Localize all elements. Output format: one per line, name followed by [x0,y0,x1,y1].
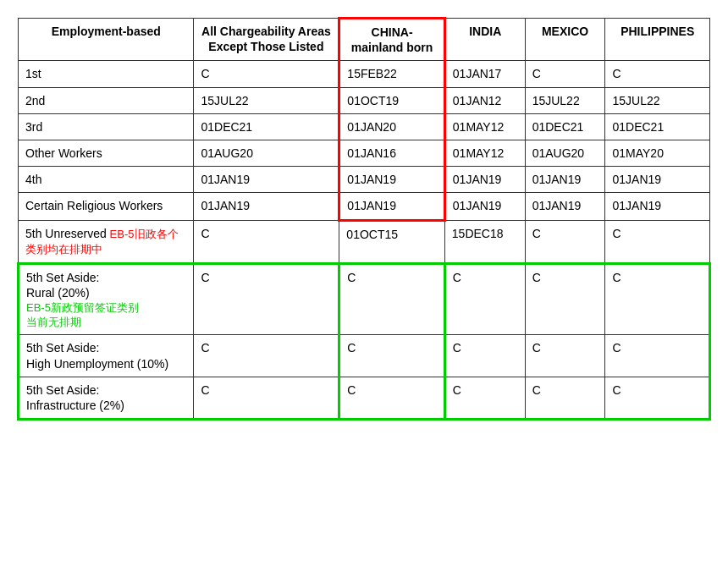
header-employment: Employment-based [19,19,194,61]
row-all: 01AUG20 [194,140,339,166]
visa-bulletin-table: Employment-based All Chargeability Areas… [17,17,711,421]
row-label: 5th Set Aside: High Unemployment (10%) [19,335,194,377]
row-all: 15JUL22 [194,87,339,113]
row-all: 01DEC21 [194,113,339,140]
row-india: 01JAN19 [444,167,525,193]
row-india: 15DEC18 [444,220,525,264]
row-philippines: 01DEC21 [605,113,710,140]
row-india: C [444,264,525,335]
table-row: 5th Set Aside: Rural (20%) EB-5新政预留签证类别 … [19,264,710,335]
row-china: C [339,335,444,377]
row-india: C [444,335,525,377]
row-philippines: 01JAN19 [605,193,710,220]
header-mexico: MEXICO [525,19,605,61]
row-china: C [339,377,444,419]
row-china: 01OCT19 [339,87,444,113]
row-mexico: 01DEC21 [525,113,605,140]
row-china: 01JAN19 [339,193,444,220]
row-label: Other Workers [19,140,194,166]
table-row: 1st C 15FEB22 01JAN17 C C [19,61,710,87]
row-philippines: 01MAY20 [605,140,710,166]
row-china: C [339,264,444,335]
row-philippines: C [605,335,710,377]
table-row: Certain Religious Workers 01JAN19 01JAN1… [19,193,710,220]
row-mexico: 15JUL22 [525,87,605,113]
row-mexico: C [525,220,605,264]
header-china: CHINA-mainland born [339,19,444,61]
row-china: 01OCT15 [339,220,444,264]
row-all: C [194,61,339,87]
row-mexico: 01JAN19 [525,167,605,193]
header-all-chargeability: All Chargeability Areas Except Those Lis… [194,19,339,61]
row-mexico: C [525,335,605,377]
row-mexico: C [525,61,605,87]
row-all: C [194,377,339,419]
table-row: 2nd 15JUL22 01OCT19 01JAN12 15JUL22 15JU… [19,87,710,113]
row-mexico: 01AUG20 [525,140,605,166]
table-row: 3rd 01DEC21 01JAN20 01MAY12 01DEC21 01DE… [19,113,710,140]
row-india: C [444,377,525,419]
row-mexico: C [525,377,605,419]
row-philippines: C [605,264,710,335]
row-mexico: C [525,264,605,335]
row-china: 01JAN16 [339,140,444,166]
row-label: 2nd [19,87,194,113]
row-all: 01JAN19 [194,167,339,193]
row-philippines: C [605,220,710,264]
row-label: 1st [19,61,194,87]
row-mexico: 01JAN19 [525,193,605,220]
row-china: 01JAN19 [339,167,444,193]
row-all: C [194,220,339,264]
table-row: 5th Set Aside: High Unemployment (10%) C… [19,335,710,377]
row-label: 5th Set Aside: Infrastructure (2%) [19,377,194,419]
row-philippines: C [605,61,710,87]
row-india: 01MAY12 [444,113,525,140]
table-row: 4th 01JAN19 01JAN19 01JAN19 01JAN19 01JA… [19,167,710,193]
row-label: 5th Set Aside: Rural (20%) EB-5新政预留签证类别 … [19,264,194,335]
table-row: Other Workers 01AUG20 01JAN16 01MAY12 01… [19,140,710,166]
row-philippines: 15JUL22 [605,87,710,113]
table-row: 5th Unreserved EB-5旧政各个类别均在排期中 C 01OCT15… [19,220,710,264]
row-philippines: C [605,377,710,419]
row-india: 01JAN19 [444,193,525,220]
row-china: 01JAN20 [339,113,444,140]
row-philippines: 01JAN19 [605,167,710,193]
header-philippines: PHILIPPINES [605,19,710,61]
row-india: 01JAN12 [444,87,525,113]
annotation-green-eb5-new: EB-5新政预留签证类别 当前无排期 [26,301,186,330]
row-label: 5th Unreserved EB-5旧政各个类别均在排期中 [19,220,194,264]
row-all: C [194,264,339,335]
row-india: 01JAN17 [444,61,525,87]
header-india: INDIA [444,19,525,61]
row-all: C [194,335,339,377]
row-label: Certain Religious Workers [19,193,194,220]
row-label: 3rd [19,113,194,140]
row-india: 01MAY12 [444,140,525,166]
table-row: 5th Set Aside: Infrastructure (2%) C C C… [19,377,710,419]
row-china: 15FEB22 [339,61,444,87]
row-label: 4th [19,167,194,193]
row-all: 01JAN19 [194,193,339,220]
